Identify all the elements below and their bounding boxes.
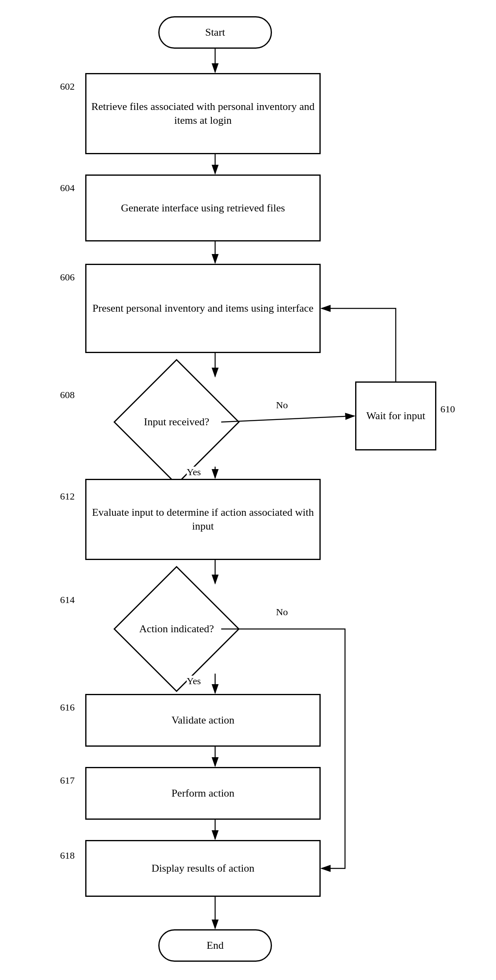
node-618-label: Display results of action xyxy=(151,862,254,875)
node-606: Present personal inventory and items usi… xyxy=(85,264,321,353)
svg-line-5 xyxy=(221,416,354,422)
no-label-608: No xyxy=(276,400,288,411)
node-612-label: Evaluate input to determine if action as… xyxy=(86,506,319,533)
node-602: Retrieve files associated with personal … xyxy=(85,73,321,154)
start-node: Start xyxy=(158,16,272,49)
node-604-label: Generate interface using retrieved files xyxy=(121,201,285,215)
end-label: End xyxy=(207,939,224,952)
ref-616: 616 xyxy=(60,702,75,713)
node-617: Perform action xyxy=(85,767,321,820)
ref-610: 610 xyxy=(440,404,455,415)
ref-612: 612 xyxy=(60,491,75,502)
end-node: End xyxy=(158,929,272,962)
node-608-label: Input received? xyxy=(133,379,220,465)
node-602-label: Retrieve files associated with personal … xyxy=(86,100,319,127)
ref-602: 602 xyxy=(60,81,75,92)
node-616-label: Validate action xyxy=(171,713,234,727)
yes-label-608: Yes xyxy=(187,467,201,478)
ref-606: 606 xyxy=(60,272,75,283)
node-616: Validate action xyxy=(85,694,321,747)
node-614: Action indicated? xyxy=(113,566,239,692)
node-618: Display results of action xyxy=(85,840,321,897)
start-label: Start xyxy=(205,26,225,39)
ref-608: 608 xyxy=(60,390,75,401)
ref-604: 604 xyxy=(60,183,75,194)
node-606-label: Present personal inventory and items usi… xyxy=(93,302,313,315)
node-612: Evaluate input to determine if action as… xyxy=(85,479,321,560)
ref-614: 614 xyxy=(60,594,75,605)
ref-617: 617 xyxy=(60,775,75,786)
yes-label-614: Yes xyxy=(187,676,201,687)
node-617-label: Perform action xyxy=(171,786,234,800)
node-604: Generate interface using retrieved files xyxy=(85,174,321,241)
ref-618: 618 xyxy=(60,850,75,861)
node-610-label: Wait for input xyxy=(366,409,425,423)
no-label-614: No xyxy=(276,607,288,618)
node-614-label: Action indicated? xyxy=(133,586,220,672)
node-608: Input received? xyxy=(113,359,239,485)
node-610: Wait for input xyxy=(355,381,436,450)
flowchart-diagram: Start 602 Retrieve files associated with… xyxy=(0,0,496,980)
